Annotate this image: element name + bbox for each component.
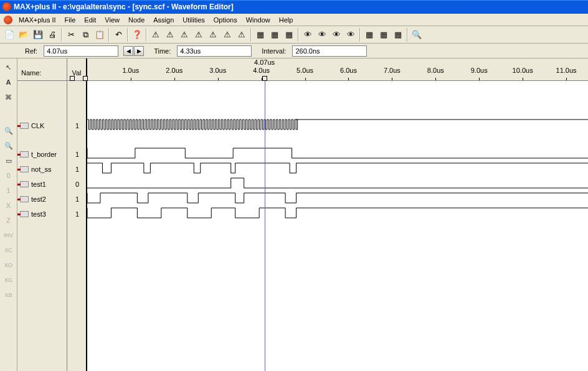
origin-handle[interactable] (70, 76, 75, 81)
signal-plot-area[interactable] (87, 81, 588, 371)
force1-icon[interactable]: 1 (2, 184, 16, 197)
search-icon[interactable]: 🔍 (410, 28, 424, 42)
origin-handle[interactable] (83, 76, 88, 81)
pin-icon (20, 196, 29, 202)
window-titlebar: MAX+plus II - e:\vga\altera\sync - [sync… (0, 0, 588, 14)
app-icon (2, 2, 11, 11)
name-column-header: Name: (17, 59, 67, 80)
undo-icon[interactable]: ↶ (111, 28, 125, 42)
menu-edit[interactable]: Edit (80, 15, 100, 25)
new-icon[interactable]: 📄 (2, 28, 16, 42)
menu-options[interactable]: Options (210, 15, 241, 25)
hier2-icon[interactable]: ▦ (268, 28, 282, 42)
xc-icon[interactable]: XC (2, 243, 16, 257)
signal-name-column: CLKt_bordernot_sstest1test2test3 (17, 81, 67, 371)
warn3-icon[interactable]: ⚠ (178, 28, 191, 42)
ref-prev-button[interactable]: ◀ (123, 46, 133, 56)
ruler-tick: 9.0us (471, 67, 488, 74)
grid1-icon[interactable]: ▦ (363, 28, 376, 42)
xg-icon[interactable]: XG (2, 273, 16, 287)
pointer-tool-icon[interactable]: ↖ (2, 60, 16, 74)
paste-icon[interactable]: 📋 (93, 28, 107, 42)
signal-value-test3: 1 (67, 207, 87, 222)
menu-utilities[interactable]: Utilities (179, 15, 208, 25)
hier3-icon[interactable]: ▦ (282, 28, 296, 42)
eye1-icon[interactable]: 👁 (301, 28, 315, 42)
signal-value-column: 111011 (67, 81, 87, 371)
xo-icon[interactable]: XO (2, 258, 16, 272)
interval-value-box: 260.0ns (292, 45, 367, 57)
menu-node[interactable]: Node (125, 15, 148, 25)
app-icon-small (4, 16, 12, 24)
signal-value-not_ss: 1 (67, 162, 87, 177)
pin-icon (20, 211, 29, 217)
forcex-icon[interactable]: X (2, 199, 16, 212)
toolbar: 📄 📂 💾 🖨 ✂ ⧉ 📋 ↶ ❓ ⚠ ⚠ ⚠ ⚠ ⚠ ⚠ ⚠ ▦ ▦ ▦ 👁 … (0, 26, 588, 44)
warn2-icon[interactable]: ⚠ (163, 28, 177, 42)
warn7-icon[interactable]: ⚠ (235, 28, 249, 42)
waveform-panel: Name: Val 4.07us 1.0us2.0us3.0us4.0us5.0… (17, 59, 588, 371)
invert-icon[interactable]: INV (2, 228, 16, 242)
zoom-out-icon[interactable]: 🔍 (2, 139, 16, 153)
ruler-tick: 8.0us (427, 67, 444, 74)
menu-bar: MAX+plus II File Edit View Node Assign U… (0, 14, 588, 26)
marker-time-label: 4.07us (246, 59, 283, 66)
ref-next-button[interactable]: ▶ (134, 46, 144, 56)
signal-value-CLK: 1 (67, 118, 87, 133)
signal-row-not_ss[interactable]: not_ss (17, 162, 67, 177)
print-icon[interactable]: 🖨 (45, 28, 59, 42)
cut-icon[interactable]: ✂ (64, 28, 78, 42)
signal-row-CLK[interactable]: CLK (17, 118, 67, 133)
ref-value-box[interactable]: 4.07us (44, 45, 118, 57)
warn5-icon[interactable]: ⚠ (206, 28, 220, 42)
menu-view[interactable]: View (101, 15, 123, 25)
menu-help[interactable]: Help (275, 15, 297, 25)
eye4-icon[interactable]: 👁 (344, 28, 358, 42)
text-tool-icon[interactable]: A (2, 75, 16, 89)
open-icon[interactable]: 📂 (17, 28, 31, 42)
signal-value-test1: 0 (67, 177, 87, 192)
info-bar: Ref: 4.07us ◀ ▶ Time: 4.33us Interval: 2… (0, 44, 588, 59)
signal-row-test2[interactable]: test2 (17, 192, 67, 207)
ruler-tick: 6.0us (340, 67, 357, 74)
time-cursor[interactable] (265, 81, 265, 371)
pin-icon (20, 181, 29, 187)
menu-app[interactable]: MAX+plus II (15, 15, 60, 25)
warn4-icon[interactable]: ⚠ (192, 28, 206, 42)
warn1-icon[interactable]: ⚠ (149, 28, 163, 42)
menu-window[interactable]: Window (242, 15, 274, 25)
pin-icon (20, 123, 29, 129)
ruler-tick: 2.0us (166, 67, 183, 74)
copy-icon[interactable]: ⧉ (78, 28, 92, 42)
signal-row-test1[interactable]: test1 (17, 177, 67, 192)
help-icon[interactable]: ❓ (130, 28, 144, 42)
zoom-in-icon[interactable]: 🔍 (2, 124, 16, 138)
save-icon[interactable]: 💾 (31, 28, 45, 42)
forcez-icon[interactable]: Z (2, 214, 16, 227)
time-ruler[interactable]: 4.07us 1.0us2.0us3.0us4.0us5.0us6.0us7.0… (87, 59, 588, 80)
pin-icon (20, 166, 29, 172)
hier1-icon[interactable]: ▦ (254, 28, 267, 42)
zoom-fit-icon[interactable]: ▭ (2, 154, 16, 167)
window-title: MAX+plus II - e:\vga\altera\sync - [sync… (14, 2, 234, 11)
warn6-icon[interactable]: ⚠ (220, 28, 234, 42)
xb-icon[interactable]: XB (2, 288, 16, 302)
menu-file[interactable]: File (61, 15, 80, 25)
eye3-icon[interactable]: 👁 (330, 28, 343, 42)
ruler-tick: 3.0us (209, 67, 226, 74)
marker-handle[interactable] (262, 76, 267, 81)
force0-icon[interactable]: 0 (2, 169, 16, 182)
time-value-box: 4.33us (177, 45, 252, 57)
ruler-tick: 1.0us (122, 67, 139, 74)
waveform-header: Name: Val 4.07us 1.0us2.0us3.0us4.0us5.0… (17, 59, 588, 81)
grid2-icon[interactable]: ▦ (377, 28, 391, 42)
eye2-icon[interactable]: 👁 (315, 28, 329, 42)
signal-row-t_border[interactable]: t_border (17, 147, 67, 162)
pin-icon (20, 151, 29, 157)
waveedit-tool-icon[interactable]: ⌘ (2, 90, 16, 104)
menu-assign[interactable]: Assign (149, 15, 178, 25)
ruler-tick: 4.0us (253, 67, 270, 74)
time-label: Time: (149, 47, 172, 55)
signal-row-test3[interactable]: test3 (17, 207, 67, 222)
grid3-icon[interactable]: ▦ (391, 28, 405, 42)
